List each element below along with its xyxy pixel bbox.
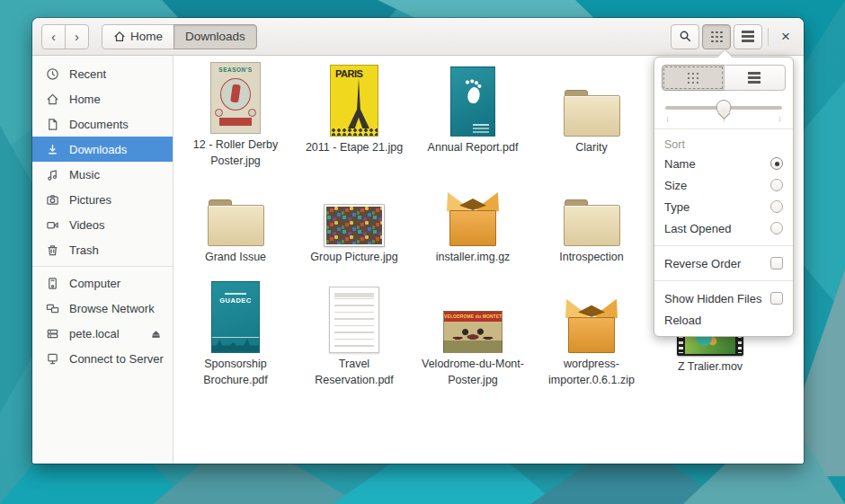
- file-item[interactable]: wordpress-importer.0.6.1.zip: [534, 279, 649, 388]
- pdf-thumbnail: [329, 279, 379, 353]
- folder-icon: [208, 169, 264, 246]
- sidebar-item-recent[interactable]: Recent: [32, 61, 173, 86]
- folder-icon: [564, 59, 620, 137]
- sort-option-size[interactable]: Size: [662, 174, 786, 196]
- image-thumbnail: PARIS: [330, 59, 378, 137]
- sort-option-type[interactable]: Type: [662, 196, 786, 217]
- file-item[interactable]: GUADEC Sponsorship Brochure.pdf: [178, 279, 293, 388]
- popover-separator: [654, 128, 793, 129]
- sidebar-item-pete-local[interactable]: pete.local: [32, 321, 173, 346]
- file-name: Travel Reservation.pdf: [298, 356, 410, 388]
- sidebar-item-browse-network[interactable]: Browse Network: [32, 296, 173, 321]
- sidebar-item-label: Browse Network: [69, 302, 155, 315]
- breadcrumb-current-label: Downloads: [185, 30, 245, 43]
- file-item[interactable]: Travel Reservation.pdf: [297, 279, 412, 388]
- file-name: installer.img.gz: [436, 249, 511, 265]
- file-item[interactable]: Group Picture.jpg: [297, 169, 412, 279]
- hamburger-menu-icon: [742, 31, 754, 32]
- video-camera-icon: [46, 218, 59, 232]
- close-button[interactable]: ×: [777, 28, 795, 46]
- sort-option-name[interactable]: Name: [662, 153, 786, 174]
- sort-option-label: Name: [664, 157, 696, 171]
- pdf-thumbnail: GUADEC: [211, 279, 260, 353]
- sort-option-label: Size: [664, 179, 687, 192]
- file-item[interactable]: Clarity: [534, 59, 649, 169]
- gnome-foot-logo: [467, 86, 481, 104]
- radio-button[interactable]: [770, 157, 783, 170]
- clock-icon: [46, 67, 59, 81]
- radio-button[interactable]: [770, 200, 783, 213]
- file-item[interactable]: PARIS 2011 - Etape 21.jpg: [297, 59, 412, 169]
- reload-label: Reload: [664, 314, 701, 327]
- close-icon: ×: [781, 28, 790, 45]
- reload-option[interactable]: Reload: [662, 309, 786, 331]
- sort-section-label: Sort: [662, 136, 786, 153]
- back-button[interactable]: ‹: [41, 24, 66, 49]
- poster-art-text: GUADEC: [212, 296, 259, 305]
- sidebar-item-label: Connect to Server: [69, 352, 164, 366]
- sidebar-item-videos[interactable]: Videos: [32, 212, 173, 237]
- eject-icon[interactable]: [150, 328, 162, 340]
- toolbar-separator: [768, 28, 769, 46]
- grid-view-toggle[interactable]: [662, 65, 725, 91]
- radio-button[interactable]: [770, 222, 783, 234]
- show-hidden-files-option[interactable]: Show Hidden Files: [662, 287, 786, 309]
- file-name: Group Picture.jpg: [310, 249, 397, 265]
- file-item[interactable]: SEASON'S 12 - Roller Derby Poster.jpg: [178, 59, 293, 169]
- sidebar-item-music[interactable]: Music: [32, 162, 173, 187]
- zoom-slider[interactable]: [665, 99, 782, 122]
- desktop: ‹ › Home Downloads: [0, 0, 845, 504]
- sidebar-item-downloads[interactable]: Downloads: [32, 137, 173, 162]
- list-view-icon: [748, 72, 760, 74]
- sidebar-item-documents[interactable]: Documents: [32, 111, 173, 137]
- radio-button[interactable]: [770, 179, 783, 191]
- trash-icon: [46, 243, 59, 257]
- file-name: 2011 - Etape 21.jpg: [306, 139, 403, 155]
- breadcrumb-current[interactable]: Downloads: [173, 24, 257, 49]
- file-name: Introspection: [559, 249, 624, 265]
- file-item[interactable]: Introspection: [534, 169, 649, 279]
- view-options-button[interactable]: [702, 24, 731, 49]
- checkbox[interactable]: [770, 292, 783, 305]
- image-thumbnail: [325, 169, 384, 246]
- file-name: Sponsorship Brochure.pdf: [180, 356, 291, 388]
- sidebar-item-home[interactable]: Home: [32, 86, 173, 111]
- camera-icon: [46, 193, 59, 207]
- file-item[interactable]: installer.img.gz: [415, 169, 530, 279]
- sidebar-item-computer[interactable]: Computer: [32, 270, 173, 296]
- sidebar-item-label: Music: [69, 168, 100, 181]
- slider-tick: [779, 117, 780, 122]
- sort-option-last-opened[interactable]: Last Opened: [662, 217, 786, 239]
- file-item[interactable]: Grand Issue: [178, 169, 293, 279]
- window-menu-button[interactable]: [734, 24, 762, 49]
- back-icon: ‹: [51, 29, 56, 44]
- slider-handle[interactable]: [716, 100, 732, 115]
- file-item[interactable]: VELODROME du MONTET Velodrome-du-Mont-Po…: [415, 279, 530, 388]
- image-thumbnail: VELODROME du MONTET: [443, 279, 503, 353]
- file-name: Grand Issue: [205, 249, 266, 265]
- file-name: Clarity: [575, 139, 607, 155]
- sidebar-item-label: Videos: [69, 218, 105, 232]
- search-button[interactable]: [671, 24, 699, 49]
- list-view-toggle[interactable]: [724, 65, 787, 91]
- search-icon: [679, 30, 692, 43]
- checkbox[interactable]: [770, 257, 783, 270]
- sidebar-separator: [32, 266, 173, 267]
- monitor-icon: [46, 352, 59, 366]
- reverse-order-option[interactable]: Reverse Order: [662, 252, 786, 274]
- sidebar: Recent Home Documents Downloads Music Pi…: [32, 56, 173, 464]
- view-mode-toggle: [662, 65, 786, 91]
- forward-button[interactable]: ›: [65, 24, 89, 49]
- sidebar-item-trash[interactable]: Trash: [32, 237, 173, 262]
- sort-option-label: Last Opened: [664, 222, 731, 235]
- sidebar-item-label: Recent: [69, 67, 106, 81]
- path-bar: Home Downloads: [102, 24, 257, 49]
- music-note-icon: [46, 168, 59, 181]
- file-item[interactable]: Annual Report.pdf: [415, 59, 530, 169]
- sidebar-item-connect-to-server[interactable]: Connect to Server: [32, 346, 173, 371]
- sidebar-item-label: Computer: [69, 277, 120, 290]
- breadcrumb-home[interactable]: Home: [102, 24, 174, 49]
- history-nav: ‹ ›: [41, 24, 89, 49]
- sidebar-item-pictures[interactable]: Pictures: [32, 187, 173, 212]
- image-thumbnail: SEASON'S: [210, 59, 261, 134]
